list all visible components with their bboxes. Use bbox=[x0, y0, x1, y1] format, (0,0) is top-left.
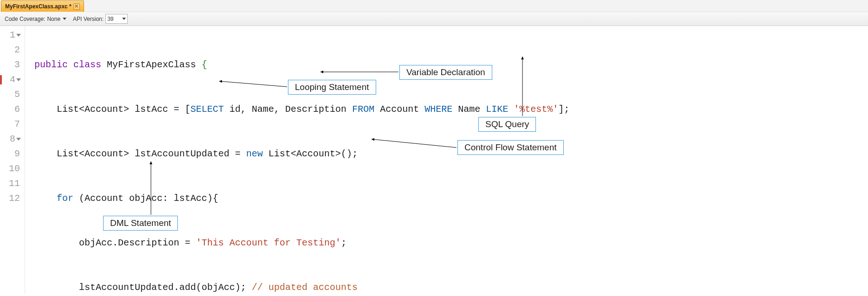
annotation-control: Control Flow Statement bbox=[457, 140, 564, 155]
code-coverage-dropdown[interactable]: Code Coverage: None bbox=[5, 16, 66, 22]
gutter-row: 12 bbox=[0, 191, 23, 206]
gutter-row: 10 bbox=[0, 161, 23, 176]
fold-icon[interactable] bbox=[16, 34, 21, 37]
api-version-value: 39 bbox=[107, 16, 113, 22]
toolbar: Code Coverage: None API Version: 39 bbox=[0, 12, 868, 26]
chevron-down-icon bbox=[122, 18, 126, 20]
annotation-dml: DML Statement bbox=[103, 216, 178, 231]
api-version-label: API Version: bbox=[73, 16, 104, 22]
gutter-row: 1 bbox=[0, 28, 23, 43]
api-version-select[interactable]: 39 bbox=[105, 14, 128, 24]
gutter-row: 4 bbox=[0, 72, 23, 87]
gutter: 1 2 3 4 5 6 7 8 9 10 11 12 bbox=[0, 26, 25, 294]
error-indicator bbox=[0, 75, 2, 84]
code-line: lstAccountUpdated.add(objAcc); // update… bbox=[34, 280, 868, 295]
gutter-row: 6 bbox=[0, 102, 23, 117]
tab-bar: MyFirstApexClass.apxc * ✕ bbox=[0, 0, 868, 12]
api-version-group: API Version: 39 bbox=[73, 14, 128, 24]
code-line: List<Account> lstAccountUpdated = new Li… bbox=[34, 147, 868, 161]
fold-icon[interactable] bbox=[16, 138, 21, 141]
code-line: for (Account objAcc: lstAcc){ bbox=[34, 191, 868, 206]
gutter-row: 3 bbox=[0, 58, 23, 72]
gutter-row: 9 bbox=[0, 147, 23, 161]
close-icon[interactable]: ✕ bbox=[73, 3, 80, 10]
coverage-label: Code Coverage: bbox=[5, 16, 45, 22]
code-line: objAcc.Description = 'This Account for T… bbox=[34, 236, 868, 251]
gutter-row: 5 bbox=[0, 87, 23, 102]
gutter-row: 8 bbox=[0, 132, 23, 147]
annotation-variable: Variable Declaration bbox=[399, 65, 492, 80]
chevron-down-icon bbox=[63, 18, 66, 20]
annotation-looping: Looping Statement bbox=[288, 80, 376, 95]
gutter-row: 7 bbox=[0, 117, 23, 132]
file-tab[interactable]: MyFirstApexClass.apxc * ✕ bbox=[1, 0, 84, 12]
fold-icon[interactable] bbox=[16, 78, 21, 81]
tab-title: MyFirstApexClass.apxc * bbox=[5, 3, 72, 10]
code-line: List<Account> lstAcc = [SELECT id, Name,… bbox=[34, 102, 868, 117]
gutter-row: 2 bbox=[0, 43, 23, 58]
gutter-row: 11 bbox=[0, 176, 23, 191]
coverage-value: None bbox=[47, 16, 60, 22]
annotation-sql: SQL Query bbox=[478, 117, 536, 132]
